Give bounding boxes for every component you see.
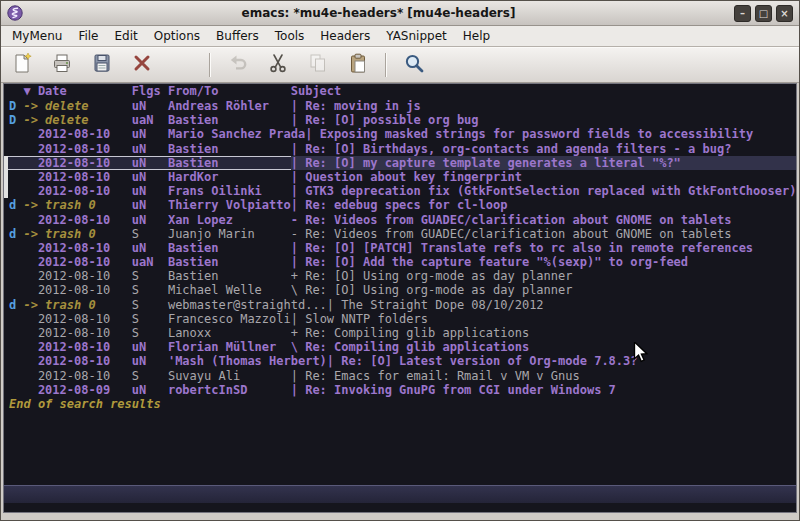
column-header-subject[interactable]: Subject	[291, 84, 796, 99]
title-bar[interactable]: emacs: *mu4e-headers* [mu4e-headers] – □…	[1, 1, 799, 26]
from-cell: Bastien	[168, 269, 291, 283]
minimize-button[interactable]: –	[734, 5, 751, 22]
message-row[interactable]: 2012-08-10SBastien+ Re: [O] Using org-mo…	[4, 269, 796, 283]
menu-headers[interactable]: Headers	[312, 27, 378, 45]
paste-button[interactable]	[345, 52, 371, 78]
end-of-results: End of search results	[4, 397, 796, 411]
copy-button[interactable]	[305, 52, 331, 78]
date-cell: -> trash 0	[23, 227, 131, 241]
flags-cell: uN	[132, 99, 168, 113]
emacs-icon	[7, 5, 23, 21]
mark-cell: d	[9, 298, 23, 312]
new-file-button[interactable]	[9, 52, 35, 78]
column-header-date[interactable]: ▼ Date	[23, 84, 131, 99]
message-row[interactable]: D-> deleteuNAndreas Röhler| Re: moving i…	[4, 99, 796, 113]
mark-cell: D	[9, 99, 23, 113]
undo-button[interactable]	[225, 52, 251, 78]
paste-icon	[347, 52, 369, 78]
mark-cell	[9, 340, 23, 354]
message-row[interactable]: 2012-08-10SFrancesco Mazzoli| Slow NNTP …	[4, 312, 796, 326]
copy-icon	[307, 52, 329, 78]
date-cell: 2012-08-10	[23, 170, 131, 184]
column-header-flags[interactable]: Flgs	[132, 84, 168, 99]
mode-line[interactable]: *mu4e-headers* ( 5, 0) [All/2.0k] [mu4e-…	[4, 485, 796, 503]
subject-cell: | Re: [O] [PATCH] Translate refs to rc a…	[291, 241, 796, 255]
headers-header-line: ▼ Date Flgs From/To Subject	[4, 84, 796, 99]
search-button[interactable]	[401, 52, 427, 78]
menu-file[interactable]: File	[70, 27, 106, 45]
mark-cell	[9, 383, 23, 397]
cut-button[interactable]	[265, 52, 291, 78]
subject-cell: \ Re: Compiling glib applications	[291, 340, 796, 354]
subject-cell: | Slow NNTP folders	[291, 312, 796, 326]
buffer-area: ▼ Date Flgs From/To Subject D-> deleteuN…	[3, 83, 797, 513]
minibuffer[interactable]	[4, 503, 796, 512]
frame-border: ▼ Date Flgs From/To Subject D-> deleteuN…	[1, 83, 799, 520]
menu-mymenu[interactable]: MyMenu	[4, 27, 70, 45]
search-icon	[403, 52, 425, 78]
date-cell: 2012-08-10	[23, 142, 131, 156]
from-cell: Xan Lopez	[168, 213, 291, 227]
close-button[interactable]: ×	[776, 5, 793, 22]
message-row[interactable]: 2012-08-10uNHardKor| Question about key …	[4, 170, 796, 184]
mark-cell	[9, 142, 23, 156]
message-row[interactable]: 2012-08-10uNMario Sanchez Prada| Exposin…	[4, 127, 796, 141]
flags-cell: S	[132, 326, 168, 340]
message-row[interactable]: 2012-08-10SSuvayu Ali| Re: Emacs for ema…	[4, 369, 796, 383]
from-cell: Bastien	[168, 113, 291, 127]
date-cell: 2012-08-10	[23, 312, 131, 326]
menu-buffers[interactable]: Buffers	[208, 27, 267, 45]
menu-edit[interactable]: Edit	[107, 27, 146, 45]
message-row[interactable]: d-> trash 0SJuanjo Marin- Re: Videos fro…	[4, 227, 796, 241]
message-row[interactable]: 2012-08-10SLanoxx+ Re: Compiling glib ap…	[4, 326, 796, 340]
column-header-from[interactable]: From/To	[168, 84, 291, 99]
message-row[interactable]: 2012-08-09uNrobertcInSD| Re: Invoking Gn…	[4, 383, 796, 397]
message-row[interactable]: 2012-08-10uNBastien| Re: [O] [PATCH] Tra…	[4, 241, 796, 255]
mark-cell	[9, 326, 23, 340]
message-row[interactable]: 2012-08-10uNFlorian Müllner\ Re: Compili…	[4, 340, 796, 354]
maximize-button[interactable]: □	[755, 5, 772, 22]
flags-cell: S	[132, 298, 168, 312]
menu-help[interactable]: Help	[455, 27, 498, 45]
message-row[interactable]: 2012-08-10uaNBastien| Re: [O] Add the ca…	[4, 255, 796, 269]
mark-cell	[9, 156, 23, 170]
menu-tools[interactable]: Tools	[267, 27, 313, 45]
print-button[interactable]	[49, 52, 75, 78]
close-buffer-button[interactable]	[129, 52, 155, 78]
mark-cell: d	[9, 227, 23, 241]
message-row[interactable]: 2012-08-10uNBastien| Re: [O] my capture …	[4, 156, 796, 170]
scrollbar-thumb[interactable]	[4, 156, 8, 198]
date-cell: 2012-08-10	[23, 156, 131, 170]
menu-options[interactable]: Options	[146, 27, 208, 45]
subject-cell: | Re: [O] Add the capture feature "%(sex…	[291, 255, 796, 269]
subject-cell: | Exposing masked strings for password f…	[305, 127, 796, 141]
flags-cell: uaN	[132, 255, 168, 269]
message-row[interactable]: 2012-08-10uNBastien| Re: [O] Birthdays, …	[4, 142, 796, 156]
save-button[interactable]	[89, 52, 115, 78]
message-row[interactable]: d-> trash 0Swebmaster@straightd...| The …	[4, 298, 796, 312]
from-cell: webmaster@straightd...	[168, 298, 327, 312]
message-row[interactable]: 2012-08-10uNFrans Oilinki| GTK3 deprecat…	[4, 184, 796, 198]
message-row[interactable]: D-> deleteuaNBastien| Re: [O] possible o…	[4, 113, 796, 127]
flags-cell: S	[132, 269, 168, 283]
emacs-window: emacs: *mu4e-headers* [mu4e-headers] – □…	[0, 0, 800, 521]
message-row[interactable]: 2012-08-10uN'Mash (Thomas Herbert)| Re: …	[4, 354, 796, 368]
window-title: emacs: *mu4e-headers* [mu4e-headers]	[29, 6, 728, 20]
date-cell: 2012-08-10	[23, 326, 131, 340]
message-row[interactable]: d-> trash 0uNThierry Volpiatto| Re: edeb…	[4, 198, 796, 212]
flags-cell: uN	[132, 213, 168, 227]
menu-yasnippet[interactable]: YASnippet	[378, 27, 455, 45]
flags-cell: uN	[132, 198, 168, 212]
from-cell: Thierry Volpiatto	[168, 198, 291, 212]
save-icon	[91, 52, 113, 78]
date-cell: 2012-08-10	[23, 213, 131, 227]
subject-cell: - Re: Videos from GUADEC/clarification a…	[291, 213, 796, 227]
flags-cell: uN	[132, 170, 168, 184]
message-row[interactable]: 2012-08-10uNXan Lopez- Re: Videos from G…	[4, 213, 796, 227]
flags-cell: S	[132, 227, 168, 241]
date-cell: 2012-08-10	[23, 369, 131, 383]
message-row[interactable]: 2012-08-10SMichael Welle\ Re: [O] Using …	[4, 283, 796, 297]
subject-cell: + Re: Compiling glib applications	[291, 326, 796, 340]
mark-cell	[9, 283, 23, 297]
flags-cell: S	[132, 312, 168, 326]
